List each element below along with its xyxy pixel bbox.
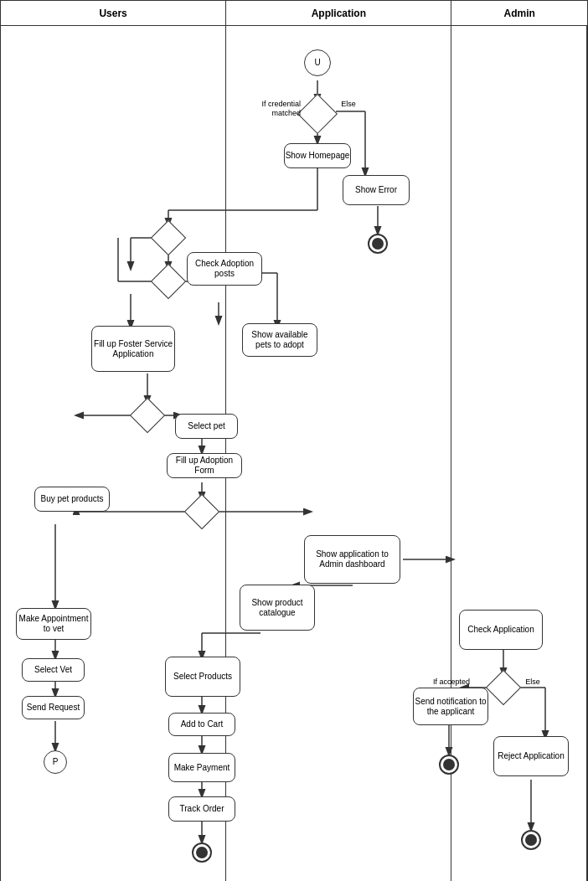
add-to-cart-node: Add to Cart xyxy=(168,713,235,736)
show-error-node: Show Error xyxy=(343,175,410,205)
decision-diamond-1 xyxy=(156,225,181,250)
show-homepage-node: Show Homepage xyxy=(284,143,351,168)
reject-application-node: Reject Application xyxy=(493,736,569,776)
credential-diamond xyxy=(303,100,332,128)
header-admin: Admin xyxy=(451,1,587,25)
show-available-pets-node: Show available pets to adopt xyxy=(242,323,317,357)
accepted-diamond xyxy=(491,675,516,700)
make-appointment-node: Make Appointment to vet xyxy=(16,608,91,640)
p-label: P xyxy=(53,757,59,767)
decision-diamond-2 xyxy=(156,269,181,294)
diagram-header: Users Application Admin xyxy=(1,1,587,26)
select-pet-node: Select pet xyxy=(175,414,238,439)
end-terminal-reject xyxy=(521,830,541,850)
show-application-admin-node: Show application to Admin dashboard xyxy=(304,535,400,584)
fill-adoption-form-node: Fill up Adoption Form xyxy=(167,453,242,478)
header-application: Application xyxy=(226,1,451,25)
fill-foster-node: Fill up Foster Service Application xyxy=(91,326,175,372)
lanes: U If credential matched Else Show Homepa… xyxy=(1,26,587,881)
send-request-node: Send Request xyxy=(22,696,85,719)
diagram-container: Users Application Admin xyxy=(0,0,588,881)
select-products-node: Select Products xyxy=(165,657,240,697)
else1-label: Else xyxy=(336,100,361,109)
end-terminal-notification xyxy=(439,755,459,775)
check-application-node: Check Application xyxy=(459,610,543,650)
end-terminal-1 xyxy=(368,234,388,254)
make-payment-node: Make Payment xyxy=(168,753,235,782)
end-terminal-products xyxy=(192,842,212,863)
select-vet-node: Select Vet xyxy=(22,658,85,682)
decision-diamond-4 xyxy=(189,499,214,524)
p-terminal: P xyxy=(44,750,67,774)
else2-label: Else xyxy=(520,677,545,687)
start-circle: U xyxy=(304,49,331,76)
track-order-node: Track Order xyxy=(168,796,235,822)
credential-label: If credential matched xyxy=(242,100,301,118)
header-users: Users xyxy=(1,1,226,25)
if-accepted-label: If accepted xyxy=(418,677,485,687)
show-product-catalogue-node: Show product catalogue xyxy=(240,585,315,631)
start-label: U xyxy=(314,58,320,68)
send-notification-node: Send notification to the applicant xyxy=(413,688,488,725)
check-adoption-node: Check Adoption posts xyxy=(187,252,262,286)
decision-diamond-3 xyxy=(135,403,160,428)
buy-pet-products-node: Buy pet products xyxy=(34,487,110,512)
